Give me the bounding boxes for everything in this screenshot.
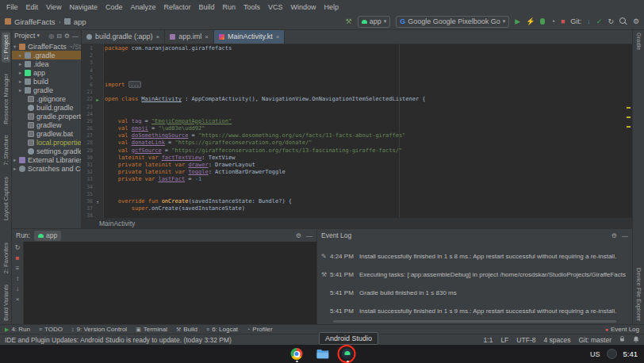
tool-window-button[interactable]: ≡ TODO: [39, 326, 63, 333]
menu-item[interactable]: Edit: [22, 3, 43, 11]
tree-item[interactable]: ▸ gradle: [12, 86, 81, 94]
tree-item[interactable]: ▸ app: [12, 68, 81, 77]
tool-window-button[interactable]: Build Variants: [2, 285, 10, 321]
tool-window-button[interactable]: 2: Favorites: [2, 243, 10, 273]
tree-item[interactable]: ▸ Scratches and Consoles: [12, 164, 81, 173]
tree-item[interactable]: gradlew: [12, 120, 81, 129]
tool-window-button[interactable]: ▶ 4: Run: [5, 326, 30, 333]
tool-window-button[interactable]: ● Event Log: [605, 326, 639, 333]
build-hammer-icon[interactable]: ⚒: [346, 18, 352, 25]
panel-settings-icon[interactable]: ⚙: [296, 232, 301, 239]
code-line[interactable]: 5: [82, 75, 632, 82]
tool-window-button[interactable]: Gradle: [635, 32, 642, 51]
expand-arrow-icon[interactable]: ▸: [19, 52, 25, 59]
run-toolbar-icon[interactable]: ×: [16, 296, 20, 303]
tool-window-button[interactable]: Device File Explorer: [635, 268, 642, 321]
status-message[interactable]: IDE and Plugin Updates: Android Studio i…: [5, 336, 232, 344]
run-toolbar-icon[interactable]: ■: [16, 254, 20, 262]
system-tray-icon[interactable]: [607, 349, 617, 359]
event-log-entry[interactable]: 5:41 PM Install successfully finished in…: [321, 306, 632, 316]
run-configuration-select[interactable]: app ▾: [358, 16, 391, 28]
tree-item[interactable]: settings.gradle: [12, 147, 81, 155]
tool-window-button[interactable]: ↕ 9: Version Control: [71, 326, 127, 333]
tree-item[interactable]: .gitignore: [12, 94, 81, 103]
expand-arrow-icon[interactable]: ▸: [19, 61, 25, 67]
scrollbar-warning-mark[interactable]: [627, 107, 631, 109]
tool-window-button[interactable]: ≡ 6: Logcat: [206, 326, 238, 333]
tool-window-button[interactable]: 7: Structure: [2, 135, 10, 166]
code-line[interactable]: 2: [82, 52, 632, 59]
expand-arrow-icon[interactable]: ▸: [19, 70, 25, 76]
code-line[interactable]: 24: [82, 111, 632, 118]
code-line[interactable]: 36↑ override fun onCreate(savedInstanceS…: [82, 198, 632, 205]
lock-icon[interactable]: [619, 335, 625, 344]
code-line[interactable]: 34: [82, 184, 632, 191]
tree-item[interactable]: ▸ .idea: [12, 59, 81, 68]
scrollbar-warning-mark[interactable]: [627, 117, 631, 118]
horizontal-scrollbar[interactable]: [333, 320, 616, 323]
menu-item[interactable]: VCS: [264, 3, 287, 11]
panel-settings-icon[interactable]: ⚙: [611, 232, 617, 239]
menu-item[interactable]: Code: [102, 3, 127, 11]
menu-item[interactable]: Window: [287, 3, 320, 11]
taskbar-files-icon[interactable]: [316, 345, 329, 363]
code-line[interactable]: 21: [82, 89, 632, 96]
code-line[interactable]: 23: [82, 104, 632, 111]
run-toolbar-icon[interactable]: ↻: [15, 244, 21, 251]
code-line[interactable]: 22▶open class MainActivity : AppCompatAc…: [82, 96, 632, 103]
code-line[interactable]: 28 val donateLink = "https://giraffecons…: [82, 139, 632, 147]
code-line[interactable]: 35: [82, 191, 632, 198]
menu-item[interactable]: Tools: [240, 3, 264, 11]
expand-arrow-icon[interactable]: ▾: [13, 44, 19, 50]
device-select[interactable]: G Google Google Pixelbook Go ▾: [396, 16, 509, 28]
menu-item[interactable]: Run: [219, 3, 240, 11]
close-tab-icon[interactable]: ×: [276, 33, 280, 40]
scrollbar-warning-mark[interactable]: [627, 126, 631, 128]
tool-window-button[interactable]: ◔ Profiler: [247, 326, 273, 333]
code-line[interactable]: 27 val doSomethingSource = "https://www.…: [82, 132, 632, 139]
apply-changes-icon[interactable]: ⚡: [526, 18, 535, 25]
tree-item[interactable]: build.gradle: [12, 103, 81, 112]
tree-item[interactable]: gradle.properties: [12, 112, 81, 120]
run-toolbar-icon[interactable]: ↓: [16, 285, 19, 292]
run-toolbar-icon[interactable]: ↕: [16, 275, 19, 282]
menu-item[interactable]: Help: [320, 3, 343, 11]
run-console-tab[interactable]: app: [34, 231, 61, 241]
collapse-all-icon[interactable]: ⊟: [56, 32, 62, 40]
menu-item[interactable]: Refactor: [159, 3, 194, 11]
menu-item[interactable]: Analyze: [126, 3, 159, 11]
tree-item[interactable]: ▸ External Libraries: [12, 155, 81, 164]
status-item[interactable]: 1:1: [484, 336, 493, 344]
vcs-commit-icon[interactable]: ✓: [596, 18, 603, 25]
code-line[interactable]: 31 private lateinit var drawer: DrawerLa…: [82, 162, 632, 169]
expand-arrow-icon[interactable]: ▸: [13, 166, 19, 172]
run-console-output[interactable]: [24, 242, 316, 324]
status-item[interactable]: 4 spaces: [543, 336, 570, 344]
code-line[interactable]: 1package com.naranjaconsal.giraffefacts: [82, 45, 632, 52]
code-line[interactable]: 29 val gcfSource = "https://giraffeconse…: [82, 147, 632, 155]
stop-button[interactable]: ■: [561, 18, 565, 25]
tool-window-button[interactable]: Layout Captures: [2, 177, 10, 220]
code-line[interactable]: 4: [82, 67, 632, 75]
code-line[interactable]: 32 private lateinit var toggle: ActionBa…: [82, 169, 632, 176]
keyboard-layout-indicator[interactable]: US: [590, 350, 600, 358]
menu-item[interactable]: View: [42, 3, 65, 11]
vcs-update-icon[interactable]: ↓: [587, 18, 591, 25]
event-log-entry[interactable]: ⚒ 5:41 PM Executing tasks: [:app:assembl…: [321, 269, 632, 280]
code-editor[interactable]: 1package com.naranjaconsal.giraffefacts2…: [82, 44, 632, 219]
code-line[interactable]: 25 val tag = "EmojiCompatApplication": [82, 118, 632, 125]
code-line[interactable]: 26 val emoji = "\ud83e\udd92": [82, 125, 632, 132]
code-line[interactable]: 3: [82, 59, 632, 67]
tree-item[interactable]: ▸ build: [12, 77, 81, 86]
menu-item[interactable]: Build: [194, 3, 218, 11]
tool-window-button[interactable]: Resource Manager: [2, 74, 10, 124]
code-line[interactable]: 37 super.onCreate(savedInstanceState): [82, 205, 632, 212]
code-line[interactable]: 33 private var lastFact = -1: [82, 176, 632, 183]
menu-item[interactable]: Navigate: [65, 3, 102, 11]
run-button[interactable]: ▶: [515, 18, 520, 25]
close-tab-icon[interactable]: ×: [156, 33, 160, 40]
settings-gear-icon[interactable]: ⚙: [633, 18, 639, 25]
expand-arrow-icon[interactable]: ▸: [19, 78, 25, 85]
debug-icon[interactable]: [540, 18, 545, 25]
breadcrumb-module[interactable]: app: [74, 17, 86, 26]
